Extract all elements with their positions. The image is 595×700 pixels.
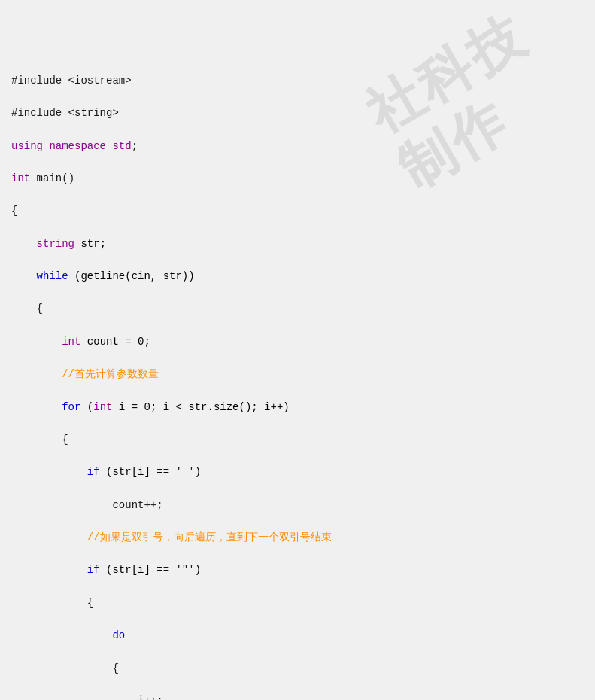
code-line: { bbox=[11, 661, 584, 677]
code-line: using namespace std; bbox=[11, 138, 584, 155]
code-line: //首先计算参数数量 bbox=[11, 367, 584, 383]
code-line: { bbox=[11, 432, 584, 449]
code-line: if (str[i] == '"') bbox=[11, 562, 584, 579]
code-line: count++; bbox=[11, 498, 584, 514]
code-line: i++; bbox=[11, 693, 584, 700]
code-line: #include <string> bbox=[11, 105, 584, 122]
code-line: { bbox=[11, 595, 584, 612]
code-editor: 社科技制作 #include <iostream> #include <stri… bbox=[0, 0, 595, 700]
code-line: { bbox=[11, 301, 584, 318]
code-line: int main() bbox=[11, 171, 584, 187]
code-line: //如果是双引号，向后遍历，直到下一个双引号结束 bbox=[11, 530, 584, 546]
code-line: string str; bbox=[11, 236, 584, 253]
code-line: for (int i = 0; i < str.size(); i++) bbox=[11, 400, 584, 416]
code-line: do bbox=[11, 628, 584, 644]
code-line: if (str[i] == ' ') bbox=[11, 464, 584, 481]
code-line: { bbox=[11, 203, 584, 220]
code-line: while (getline(cin, str)) bbox=[11, 269, 584, 285]
code-line: #include <iostream> bbox=[11, 73, 584, 90]
code-line: int count = 0; bbox=[11, 334, 584, 351]
